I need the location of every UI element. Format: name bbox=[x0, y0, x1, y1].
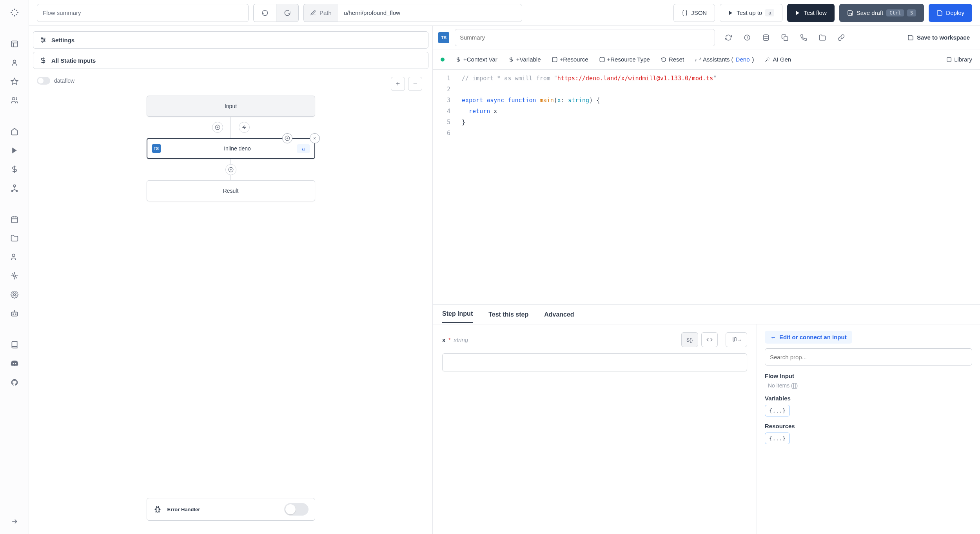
code-mode-button[interactable] bbox=[701, 332, 718, 347]
svg-marker-2 bbox=[11, 78, 18, 85]
resources-chip[interactable]: {...} bbox=[765, 433, 790, 444]
svg-rect-32 bbox=[947, 57, 951, 62]
node-result[interactable]: Result bbox=[147, 180, 315, 201]
add-resource-button[interactable]: +Resource bbox=[552, 56, 588, 63]
svg-rect-8 bbox=[11, 217, 17, 223]
branch-button[interactable] bbox=[239, 122, 250, 133]
line-gutter: 123456 bbox=[433, 70, 456, 304]
svg-point-3 bbox=[12, 98, 15, 100]
flow-panel: Settings All Static Inputs dataflow + − … bbox=[29, 26, 433, 534]
zoom-out-button[interactable]: − bbox=[408, 77, 422, 91]
workspace-icon[interactable] bbox=[7, 36, 22, 52]
svg-rect-31 bbox=[600, 57, 604, 62]
svg-point-5 bbox=[13, 185, 15, 187]
test-flow-button[interactable]: Test flow bbox=[787, 4, 834, 22]
flow-summary-input[interactable] bbox=[37, 4, 249, 22]
connect-panel: ← Edit or connect an input Flow Input No… bbox=[757, 324, 980, 534]
svg-rect-30 bbox=[552, 57, 557, 62]
folder-open-icon[interactable] bbox=[815, 30, 830, 45]
add-variable-button[interactable]: +Variable bbox=[508, 56, 541, 63]
settings-icon[interactable] bbox=[7, 287, 22, 302]
svg-point-28 bbox=[763, 34, 769, 36]
editor-panel: TS Save to workspace bbox=[433, 26, 980, 534]
discord-icon[interactable] bbox=[7, 356, 22, 371]
workers-icon[interactable] bbox=[7, 268, 22, 284]
move-handle-icon[interactable] bbox=[282, 133, 292, 143]
folders-icon[interactable] bbox=[7, 230, 22, 246]
resources-icon[interactable] bbox=[7, 180, 22, 196]
connect-input-button[interactable]: → bbox=[726, 332, 747, 347]
static-inputs-row[interactable]: All Static Inputs bbox=[33, 52, 428, 69]
add-context-var-button[interactable]: +Context Var bbox=[456, 56, 497, 63]
test-up-to-button[interactable]: Test up toa bbox=[720, 4, 782, 22]
tab-advanced[interactable]: Advanced bbox=[544, 306, 574, 323]
schedules-icon[interactable] bbox=[7, 212, 22, 227]
phone-icon[interactable] bbox=[796, 30, 811, 45]
topbar: Path JSON Test up toa Test flow Save dra… bbox=[29, 0, 980, 26]
database-icon[interactable] bbox=[758, 30, 774, 45]
expand-icon[interactable] bbox=[7, 514, 22, 529]
copy-icon[interactable] bbox=[777, 30, 793, 45]
expr-mode-button[interactable]: ${} bbox=[681, 332, 698, 347]
svg-point-14 bbox=[15, 314, 16, 315]
sidebar-nav bbox=[0, 0, 29, 534]
tab-test-step[interactable]: Test this step bbox=[488, 306, 528, 323]
svg-marker-24 bbox=[242, 125, 246, 130]
redo-button[interactable] bbox=[276, 4, 299, 22]
runs-icon[interactable] bbox=[7, 143, 22, 158]
svg-point-11 bbox=[13, 294, 15, 296]
code-body[interactable]: // import * as wmill from "https://deno.… bbox=[456, 70, 980, 304]
svg-point-6 bbox=[11, 190, 13, 192]
delete-node-icon[interactable] bbox=[310, 133, 320, 143]
step-input-area: x* string ${} → bbox=[433, 324, 757, 534]
bottom-tabs: Step Input Test this step Advanced bbox=[433, 305, 980, 324]
tab-step-input[interactable]: Step Input bbox=[442, 306, 473, 323]
user-icon[interactable] bbox=[7, 55, 22, 71]
code-editor[interactable]: 123456 // import * as wmill from "https:… bbox=[433, 70, 980, 305]
arg-required: * bbox=[448, 337, 450, 343]
settings-row[interactable]: Settings bbox=[33, 31, 428, 49]
add-step-button[interactable] bbox=[212, 122, 223, 133]
error-handler-toggle[interactable] bbox=[284, 503, 309, 516]
node-step-a[interactable]: TS Inline deno a bbox=[147, 138, 315, 159]
bot-icon[interactable] bbox=[7, 306, 22, 321]
search-prop-input[interactable] bbox=[765, 348, 972, 366]
save-to-workspace-button[interactable]: Save to workspace bbox=[903, 34, 975, 41]
assistants-button[interactable]: Assistants (Deno) bbox=[695, 56, 754, 63]
ai-gen-button[interactable]: AI Gen bbox=[765, 56, 791, 63]
edit-connect-button[interactable]: ← Edit or connect an input bbox=[765, 331, 852, 344]
dataflow-toggle[interactable] bbox=[37, 77, 50, 85]
variables-icon[interactable] bbox=[7, 161, 22, 177]
undo-button[interactable] bbox=[253, 4, 276, 22]
path-label[interactable]: Path bbox=[303, 4, 338, 22]
book-icon[interactable] bbox=[7, 337, 22, 353]
node-input[interactable]: Input bbox=[147, 96, 315, 117]
variables-header: Variables bbox=[765, 395, 972, 402]
library-button[interactable]: Library bbox=[946, 56, 972, 63]
svg-point-10 bbox=[13, 275, 15, 277]
github-icon[interactable] bbox=[7, 375, 22, 390]
zoom-in-button[interactable]: + bbox=[391, 77, 405, 91]
users-icon[interactable] bbox=[7, 92, 22, 108]
add-resource-type-button[interactable]: +Resource Type bbox=[599, 56, 650, 63]
logo-icon[interactable] bbox=[7, 5, 22, 20]
arg-value-input[interactable] bbox=[442, 353, 747, 371]
save-draft-button[interactable]: Save draftCtrlS bbox=[839, 4, 924, 22]
svg-rect-29 bbox=[784, 36, 788, 40]
path-input[interactable] bbox=[338, 4, 522, 22]
svg-point-13 bbox=[13, 314, 13, 315]
star-icon[interactable] bbox=[7, 74, 22, 89]
step-summary-input[interactable] bbox=[455, 29, 715, 46]
bug-icon bbox=[153, 505, 162, 514]
reset-button[interactable]: Reset bbox=[661, 56, 684, 63]
add-step-after-button[interactable] bbox=[225, 164, 236, 175]
arg-type: string bbox=[454, 337, 468, 343]
history-icon[interactable] bbox=[739, 30, 755, 45]
home-icon[interactable] bbox=[7, 124, 22, 139]
deploy-button[interactable]: Deploy bbox=[929, 4, 972, 22]
variables-chip[interactable]: {...} bbox=[765, 405, 790, 416]
json-button[interactable]: JSON bbox=[673, 4, 715, 22]
reload-icon[interactable] bbox=[720, 30, 736, 45]
link-icon[interactable] bbox=[833, 30, 849, 45]
groups-icon[interactable] bbox=[7, 249, 22, 265]
